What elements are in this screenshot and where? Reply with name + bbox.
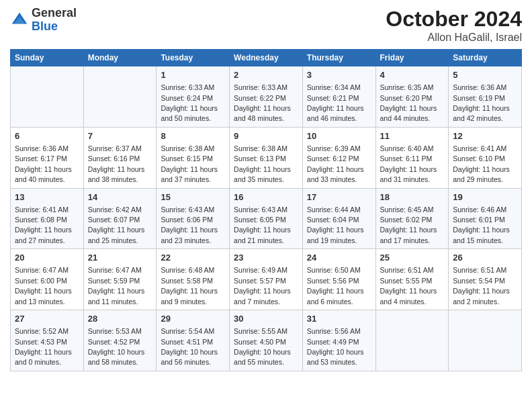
calendar-day-cell: 30Sunrise: 5:55 AMSunset: 4:50 PMDayligh… [230, 310, 303, 371]
page-container: General Blue October 2024 Allon HaGalil,… [0, 0, 532, 378]
day-of-week-header: Saturday [449, 50, 522, 66]
day-number: 12 [453, 130, 517, 142]
title-block: October 2024 Allon HaGalil, Israel [386, 7, 522, 44]
day-info: Sunrise: 6:47 AMSunset: 5:59 PMDaylight:… [88, 266, 145, 305]
day-info: Sunrise: 6:49 AMSunset: 5:57 PMDaylight:… [234, 266, 291, 305]
day-info: Sunrise: 6:42 AMSunset: 6:07 PMDaylight:… [88, 205, 145, 244]
day-info: Sunrise: 6:41 AMSunset: 6:08 PMDaylight:… [15, 205, 72, 244]
day-info: Sunrise: 6:43 AMSunset: 6:06 PMDaylight:… [161, 205, 218, 244]
day-number: 28 [88, 313, 152, 325]
calendar-day-cell: 17Sunrise: 6:44 AMSunset: 6:04 PMDayligh… [302, 188, 375, 249]
day-info: Sunrise: 6:36 AMSunset: 6:17 PMDaylight:… [15, 144, 72, 183]
calendar-day-cell: 1Sunrise: 6:33 AMSunset: 6:24 PMDaylight… [157, 66, 230, 128]
day-info: Sunrise: 5:52 AMSunset: 4:53 PMDaylight:… [15, 327, 72, 366]
calendar-body: 1Sunrise: 6:33 AMSunset: 6:24 PMDaylight… [11, 66, 522, 371]
day-info: Sunrise: 6:41 AMSunset: 6:10 PMDaylight:… [453, 144, 510, 183]
day-info: Sunrise: 6:39 AMSunset: 6:12 PMDaylight:… [307, 144, 364, 183]
day-number: 30 [234, 313, 298, 325]
day-number: 11 [380, 130, 445, 142]
day-info: Sunrise: 5:54 AMSunset: 4:51 PMDaylight:… [161, 327, 218, 366]
calendar-header: SundayMondayTuesdayWednesdayThursdayFrid… [11, 50, 522, 66]
calendar-day-cell: 22Sunrise: 6:48 AMSunset: 5:58 PMDayligh… [157, 249, 230, 310]
day-number: 6 [15, 130, 79, 142]
day-info: Sunrise: 6:47 AMSunset: 6:00 PMDaylight:… [15, 266, 72, 305]
day-info: Sunrise: 6:38 AMSunset: 6:13 PMDaylight:… [234, 144, 291, 183]
logo: General Blue [10, 7, 77, 34]
calendar-day-cell: 16Sunrise: 6:43 AMSunset: 6:05 PMDayligh… [230, 188, 303, 249]
calendar-day-cell [449, 310, 522, 371]
page-header: General Blue October 2024 Allon HaGalil,… [10, 7, 522, 44]
calendar-day-cell: 21Sunrise: 6:47 AMSunset: 5:59 PMDayligh… [83, 249, 157, 310]
day-number: 4 [380, 69, 445, 81]
calendar-week-row: 13Sunrise: 6:41 AMSunset: 6:08 PMDayligh… [11, 188, 522, 249]
calendar-day-cell [83, 66, 157, 128]
calendar-day-cell: 28Sunrise: 5:53 AMSunset: 4:52 PMDayligh… [83, 310, 157, 371]
logo-blue: Blue [32, 19, 58, 33]
day-info: Sunrise: 5:56 AMSunset: 4:49 PMDaylight:… [307, 327, 364, 366]
logo-icon [10, 11, 29, 30]
day-info: Sunrise: 6:37 AMSunset: 6:16 PMDaylight:… [88, 144, 145, 183]
calendar-day-cell: 24Sunrise: 6:50 AMSunset: 5:56 PMDayligh… [302, 249, 375, 310]
logo-text: General Blue [32, 7, 77, 34]
calendar-day-cell: 12Sunrise: 6:41 AMSunset: 6:10 PMDayligh… [449, 127, 522, 188]
calendar-week-row: 20Sunrise: 6:47 AMSunset: 6:00 PMDayligh… [11, 249, 522, 310]
day-info: Sunrise: 6:43 AMSunset: 6:05 PMDaylight:… [234, 205, 291, 244]
day-info: Sunrise: 6:40 AMSunset: 6:11 PMDaylight:… [380, 144, 437, 183]
day-number: 16 [234, 191, 298, 203]
calendar-day-cell [11, 66, 84, 128]
day-info: Sunrise: 5:55 AMSunset: 4:50 PMDaylight:… [234, 327, 291, 366]
day-info: Sunrise: 6:46 AMSunset: 6:01 PMDaylight:… [453, 205, 510, 244]
calendar-day-cell: 23Sunrise: 6:49 AMSunset: 5:57 PMDayligh… [230, 249, 303, 310]
calendar-day-cell: 9Sunrise: 6:38 AMSunset: 6:13 PMDaylight… [230, 127, 303, 188]
day-number: 21 [88, 252, 152, 264]
calendar-day-cell: 3Sunrise: 6:34 AMSunset: 6:21 PMDaylight… [302, 66, 375, 128]
day-info: Sunrise: 6:34 AMSunset: 6:21 PMDaylight:… [307, 83, 364, 122]
day-number: 15 [161, 191, 225, 203]
day-number: 27 [15, 313, 79, 325]
day-info: Sunrise: 6:33 AMSunset: 6:22 PMDaylight:… [234, 83, 291, 122]
day-number: 23 [234, 252, 298, 264]
calendar-day-cell: 14Sunrise: 6:42 AMSunset: 6:07 PMDayligh… [83, 188, 157, 249]
calendar-day-cell: 31Sunrise: 5:56 AMSunset: 4:49 PMDayligh… [302, 310, 375, 371]
calendar-day-cell: 27Sunrise: 5:52 AMSunset: 4:53 PMDayligh… [11, 310, 84, 371]
day-number: 9 [234, 130, 298, 142]
calendar-day-cell: 25Sunrise: 6:51 AMSunset: 5:55 PMDayligh… [375, 249, 449, 310]
day-info: Sunrise: 6:50 AMSunset: 5:56 PMDaylight:… [307, 266, 364, 305]
calendar-day-cell: 29Sunrise: 5:54 AMSunset: 4:51 PMDayligh… [157, 310, 230, 371]
day-number: 25 [380, 252, 445, 264]
day-number: 19 [453, 191, 517, 203]
calendar-day-cell: 20Sunrise: 6:47 AMSunset: 6:00 PMDayligh… [11, 249, 84, 310]
calendar-day-cell: 11Sunrise: 6:40 AMSunset: 6:11 PMDayligh… [375, 127, 449, 188]
day-number: 18 [380, 191, 445, 203]
day-of-week-header: Tuesday [157, 50, 230, 66]
calendar-day-cell: 13Sunrise: 6:41 AMSunset: 6:08 PMDayligh… [11, 188, 84, 249]
day-info: Sunrise: 6:51 AMSunset: 5:54 PMDaylight:… [453, 266, 510, 305]
calendar-day-cell: 5Sunrise: 6:36 AMSunset: 6:19 PMDaylight… [449, 66, 522, 128]
calendar-week-row: 27Sunrise: 5:52 AMSunset: 4:53 PMDayligh… [11, 310, 522, 371]
day-number: 5 [453, 69, 517, 81]
day-info: Sunrise: 6:44 AMSunset: 6:04 PMDaylight:… [307, 205, 364, 244]
calendar-day-cell: 15Sunrise: 6:43 AMSunset: 6:06 PMDayligh… [157, 188, 230, 249]
calendar-day-cell [375, 310, 449, 371]
day-info: Sunrise: 6:51 AMSunset: 5:55 PMDaylight:… [380, 266, 437, 305]
day-number: 3 [307, 69, 371, 81]
day-info: Sunrise: 5:53 AMSunset: 4:52 PMDaylight:… [88, 327, 145, 366]
day-number: 2 [234, 69, 298, 81]
calendar-day-cell: 8Sunrise: 6:38 AMSunset: 6:15 PMDaylight… [157, 127, 230, 188]
calendar-day-cell: 7Sunrise: 6:37 AMSunset: 6:16 PMDaylight… [83, 127, 157, 188]
calendar-day-cell: 4Sunrise: 6:35 AMSunset: 6:20 PMDaylight… [375, 66, 449, 128]
day-number: 1 [161, 69, 225, 81]
day-info: Sunrise: 6:33 AMSunset: 6:24 PMDaylight:… [161, 83, 218, 122]
month-title: October 2024 [386, 7, 522, 32]
day-info: Sunrise: 6:35 AMSunset: 6:20 PMDaylight:… [380, 83, 437, 122]
day-info: Sunrise: 6:48 AMSunset: 5:58 PMDaylight:… [161, 266, 218, 305]
day-number: 7 [88, 130, 152, 142]
day-number: 31 [307, 313, 371, 325]
day-number: 14 [88, 191, 152, 203]
calendar-day-cell: 2Sunrise: 6:33 AMSunset: 6:22 PMDaylight… [230, 66, 303, 128]
day-number: 13 [15, 191, 79, 203]
location-title: Allon HaGalil, Israel [386, 32, 522, 44]
calendar-day-cell: 19Sunrise: 6:46 AMSunset: 6:01 PMDayligh… [449, 188, 522, 249]
day-of-week-header: Friday [375, 50, 449, 66]
calendar-day-cell: 26Sunrise: 6:51 AMSunset: 5:54 PMDayligh… [449, 249, 522, 310]
